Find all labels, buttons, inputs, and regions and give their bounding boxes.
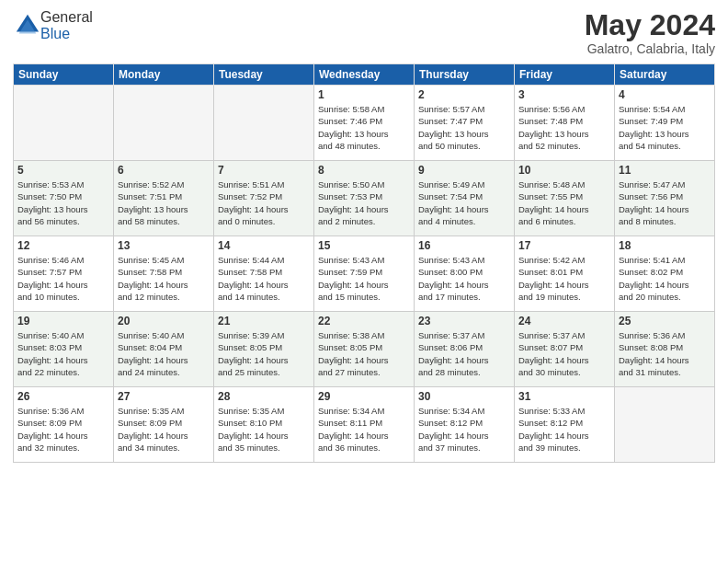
- table-row: 11Sunrise: 5:47 AMSunset: 7:56 PMDayligh…: [615, 161, 715, 236]
- table-row: 26Sunrise: 5:36 AMSunset: 8:09 PMDayligh…: [14, 387, 114, 463]
- logo-blue-text: Blue: [40, 26, 70, 41]
- header: General Blue May 2024 Galatro, Calabria,…: [13, 9, 715, 56]
- day-number: 19: [17, 315, 109, 327]
- day-info: Sunrise: 5:56 AMSunset: 7:48 PMDaylight:…: [518, 103, 610, 152]
- day-number: 25: [619, 315, 711, 327]
- day-info: Sunrise: 5:43 AMSunset: 8:00 PMDaylight:…: [418, 254, 510, 303]
- day-info: Sunrise: 5:47 AMSunset: 7:56 PMDaylight:…: [619, 178, 711, 227]
- day-info: Sunrise: 5:33 AMSunset: 8:12 PMDaylight:…: [518, 405, 610, 454]
- table-row: [214, 86, 314, 161]
- day-number: 27: [118, 390, 210, 403]
- day-number: 31: [518, 390, 610, 403]
- day-info: Sunrise: 5:48 AMSunset: 7:55 PMDaylight:…: [518, 178, 610, 227]
- day-info: Sunrise: 5:38 AMSunset: 8:05 PMDaylight:…: [318, 329, 410, 378]
- table-row: 15Sunrise: 5:43 AMSunset: 7:59 PMDayligh…: [314, 236, 415, 312]
- table-row: 31Sunrise: 5:33 AMSunset: 8:12 PMDayligh…: [515, 387, 615, 463]
- day-number: 6: [118, 164, 210, 177]
- day-info: Sunrise: 5:36 AMSunset: 8:09 PMDaylight:…: [17, 405, 109, 454]
- day-number: 8: [318, 164, 410, 177]
- calendar-week-row: 1Sunrise: 5:58 AMSunset: 7:46 PMDaylight…: [14, 86, 715, 161]
- calendar-week-row: 5Sunrise: 5:53 AMSunset: 7:50 PMDaylight…: [14, 161, 715, 236]
- location: Galatro, Calabria, Italy: [585, 41, 715, 56]
- day-number: 9: [418, 164, 510, 177]
- table-row: 24Sunrise: 5:37 AMSunset: 8:07 PMDayligh…: [515, 312, 615, 387]
- col-friday: Friday: [515, 64, 615, 86]
- day-number: 28: [218, 390, 310, 403]
- day-info: Sunrise: 5:37 AMSunset: 8:07 PMDaylight:…: [518, 329, 610, 378]
- day-number: 18: [619, 239, 711, 252]
- table-row: 12Sunrise: 5:46 AMSunset: 7:57 PMDayligh…: [14, 236, 114, 312]
- day-info: Sunrise: 5:34 AMSunset: 8:12 PMDaylight:…: [418, 405, 510, 454]
- day-info: Sunrise: 5:58 AMSunset: 7:46 PMDaylight:…: [318, 103, 410, 152]
- col-saturday: Saturday: [615, 64, 715, 86]
- day-number: 1: [318, 88, 410, 101]
- col-thursday: Thursday: [415, 64, 515, 86]
- table-row: 13Sunrise: 5:45 AMSunset: 7:58 PMDayligh…: [114, 236, 214, 312]
- day-info: Sunrise: 5:44 AMSunset: 7:58 PMDaylight:…: [218, 254, 310, 303]
- table-row: 2Sunrise: 5:57 AMSunset: 7:47 PMDaylight…: [415, 86, 515, 161]
- table-row: 22Sunrise: 5:38 AMSunset: 8:05 PMDayligh…: [314, 312, 415, 387]
- day-info: Sunrise: 5:57 AMSunset: 7:47 PMDaylight:…: [418, 103, 510, 152]
- table-row: 3Sunrise: 5:56 AMSunset: 7:48 PMDaylight…: [515, 86, 615, 161]
- col-sunday: Sunday: [14, 64, 114, 86]
- table-row: 25Sunrise: 5:36 AMSunset: 8:08 PMDayligh…: [615, 312, 715, 387]
- day-number: 29: [318, 390, 410, 403]
- day-number: 21: [218, 315, 310, 327]
- logo-icon: [15, 13, 40, 39]
- calendar-header-row: Sunday Monday Tuesday Wednesday Thursday…: [14, 64, 715, 86]
- day-info: Sunrise: 5:53 AMSunset: 7:50 PMDaylight:…: [17, 178, 109, 227]
- table-row: 10Sunrise: 5:48 AMSunset: 7:55 PMDayligh…: [515, 161, 615, 236]
- calendar-week-row: 12Sunrise: 5:46 AMSunset: 7:57 PMDayligh…: [14, 236, 715, 312]
- table-row: 27Sunrise: 5:35 AMSunset: 8:09 PMDayligh…: [114, 387, 214, 463]
- month-title: May 2024: [585, 9, 715, 41]
- day-number: 11: [619, 164, 711, 177]
- day-info: Sunrise: 5:36 AMSunset: 8:08 PMDaylight:…: [619, 329, 711, 378]
- day-number: 30: [418, 390, 510, 403]
- calendar-week-row: 19Sunrise: 5:40 AMSunset: 8:03 PMDayligh…: [14, 312, 715, 387]
- day-number: 14: [218, 239, 310, 252]
- table-row: 7Sunrise: 5:51 AMSunset: 7:52 PMDaylight…: [214, 161, 314, 236]
- day-info: Sunrise: 5:49 AMSunset: 7:54 PMDaylight:…: [418, 178, 510, 227]
- title-area: May 2024 Galatro, Calabria, Italy: [585, 9, 715, 56]
- day-number: 23: [418, 315, 510, 327]
- day-info: Sunrise: 5:42 AMSunset: 8:01 PMDaylight:…: [518, 254, 610, 303]
- day-number: 22: [318, 315, 410, 327]
- table-row: 19Sunrise: 5:40 AMSunset: 8:03 PMDayligh…: [14, 312, 114, 387]
- day-number: 15: [318, 239, 410, 252]
- day-info: Sunrise: 5:40 AMSunset: 8:04 PMDaylight:…: [118, 329, 210, 378]
- day-number: 5: [17, 164, 109, 177]
- day-info: Sunrise: 5:46 AMSunset: 7:57 PMDaylight:…: [17, 254, 109, 303]
- day-info: Sunrise: 5:51 AMSunset: 7:52 PMDaylight:…: [218, 178, 310, 227]
- day-number: 26: [17, 390, 109, 403]
- day-info: Sunrise: 5:45 AMSunset: 7:58 PMDaylight:…: [118, 254, 210, 303]
- day-info: Sunrise: 5:41 AMSunset: 8:02 PMDaylight:…: [619, 254, 711, 303]
- table-row: 29Sunrise: 5:34 AMSunset: 8:11 PMDayligh…: [314, 387, 415, 463]
- day-number: 16: [418, 239, 510, 252]
- day-info: Sunrise: 5:50 AMSunset: 7:53 PMDaylight:…: [318, 178, 410, 227]
- day-info: Sunrise: 5:40 AMSunset: 8:03 PMDaylight:…: [17, 329, 109, 378]
- day-info: Sunrise: 5:35 AMSunset: 8:09 PMDaylight:…: [118, 405, 210, 454]
- day-number: 3: [518, 88, 610, 101]
- table-row: 14Sunrise: 5:44 AMSunset: 7:58 PMDayligh…: [214, 236, 314, 312]
- day-number: 10: [518, 164, 610, 177]
- day-number: 20: [118, 315, 210, 327]
- day-info: Sunrise: 5:35 AMSunset: 8:10 PMDaylight:…: [218, 405, 310, 454]
- day-info: Sunrise: 5:39 AMSunset: 8:05 PMDaylight:…: [218, 329, 310, 378]
- day-info: Sunrise: 5:37 AMSunset: 8:06 PMDaylight:…: [418, 329, 510, 378]
- day-number: 13: [118, 239, 210, 252]
- calendar-week-row: 26Sunrise: 5:36 AMSunset: 8:09 PMDayligh…: [14, 387, 715, 463]
- table-row: [14, 86, 114, 161]
- day-number: 17: [518, 239, 610, 252]
- logo-general-text: General: [40, 9, 93, 25]
- table-row: 5Sunrise: 5:53 AMSunset: 7:50 PMDaylight…: [14, 161, 114, 236]
- day-info: Sunrise: 5:54 AMSunset: 7:49 PMDaylight:…: [619, 103, 711, 152]
- table-row: 28Sunrise: 5:35 AMSunset: 8:10 PMDayligh…: [214, 387, 314, 463]
- calendar-table: Sunday Monday Tuesday Wednesday Thursday…: [13, 63, 715, 463]
- table-row: 20Sunrise: 5:40 AMSunset: 8:04 PMDayligh…: [114, 312, 214, 387]
- table-row: 30Sunrise: 5:34 AMSunset: 8:12 PMDayligh…: [415, 387, 515, 463]
- day-info: Sunrise: 5:52 AMSunset: 7:51 PMDaylight:…: [118, 178, 210, 227]
- day-number: 12: [17, 239, 109, 252]
- table-row: 16Sunrise: 5:43 AMSunset: 8:00 PMDayligh…: [415, 236, 515, 312]
- table-row: 1Sunrise: 5:58 AMSunset: 7:46 PMDaylight…: [314, 86, 415, 161]
- table-row: 4Sunrise: 5:54 AMSunset: 7:49 PMDaylight…: [615, 86, 715, 161]
